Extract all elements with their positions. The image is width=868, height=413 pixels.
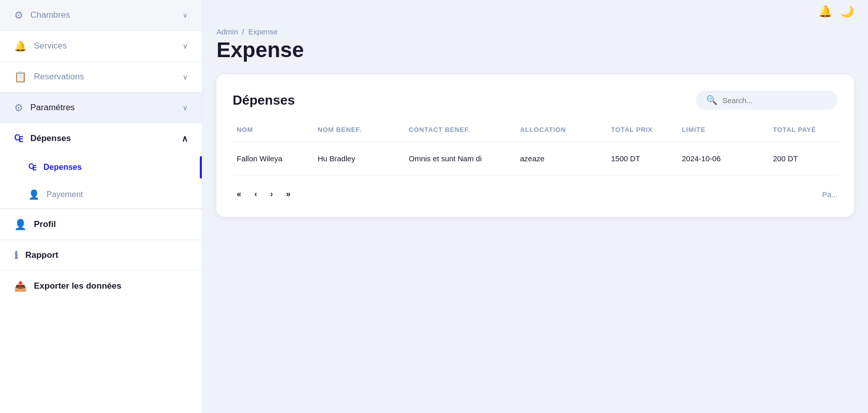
chevron-up-icon: ∧ [182,133,188,144]
sidebar-label-parametres: Paramétres [30,103,75,113]
th-limite: LIMITE [678,124,769,135]
sidebar-label-rapport: Rapport [25,250,58,260]
pagination-first[interactable]: « [233,188,245,201]
topbar: 🔔 🌙 [202,0,868,23]
td-limite: 2024-10-06 [678,152,769,165]
breadcrumb-separator: / [242,27,244,36]
search-icon: 🔍 [706,95,717,106]
moon-icon[interactable]: 🌙 [840,5,854,18]
depenses-icon: ₠ [28,162,36,173]
sidebar-subitem-payement-label: Payement [47,190,83,199]
th-nom-benef: NOM BENEF. [314,124,405,135]
th-total-paye: TOTAL PAYÉ [769,124,840,135]
sidebar-item-reservations[interactable]: 📋 Reservations ∨ [0,62,202,93]
th-contact-benef: CONTACT BENEF. [405,124,516,135]
card-header: Dépenses 🔍 [233,90,838,110]
sidebar-item-exporter[interactable]: 📤 Exporter les données [0,270,202,301]
depenses-card: Dépenses 🔍 NOM NOM BENEF. CONTACT BENEF.… [216,74,854,217]
td-allocation: azeaze [516,152,607,165]
td-nom: Fallon Wileya [233,152,314,165]
sidebar-group-depenses-label: Dépenses [30,133,71,144]
td-contact-benef: Omnis et sunt Nam di [405,152,516,165]
table-header: NOM NOM BENEF. CONTACT BENEF. ALLOCATION… [233,124,838,142]
reservations-icon: 📋 [14,71,27,83]
pagination-last[interactable]: » [282,188,295,201]
pagination: « ‹ › » Pa... [233,188,838,201]
breadcrumb: Admin / Expense [216,27,854,36]
profil-icon: 👤 [14,218,27,231]
sidebar-label-exporter: Exporter les données [34,281,121,291]
sidebar-subitem-depenses[interactable]: ₠ Depenses [0,154,202,181]
sidebar-label-chambres: Chambres [30,10,70,20]
parametres-icon: ⚙ [14,102,23,114]
card-title: Dépenses [233,93,295,108]
search-box[interactable]: 🔍 [696,90,838,110]
pagination-prev[interactable]: ‹ [250,188,261,201]
td-total-paye: 200 DT [769,152,840,165]
sidebar-item-parametres[interactable]: ⚙ Paramétres ∨ [0,93,202,123]
depenses-group-icon: ₠ [14,132,23,145]
chambres-icon: ⚙ [14,9,23,21]
th-total-prix: TOTAL PRIX [607,124,678,135]
sidebar-item-rapport[interactable]: ℹ Rapport [0,240,202,270]
sidebar-label-profil: Profil [34,219,56,230]
rapport-icon: ℹ [14,249,18,261]
chevron-down-icon: ∨ [183,73,188,81]
chevron-down-icon: ∨ [183,42,188,50]
td-nom-benef: Hu Bradley [314,152,405,165]
sidebar-item-chambres[interactable]: ⚙ Chambres ∨ [0,0,202,31]
chevron-down-icon: ∨ [183,11,188,19]
sidebar-subitem-payement[interactable]: 👤 Payement [0,181,202,208]
bell-icon[interactable]: 🔔 [818,5,832,18]
sidebar-subitem-depenses-label: Depenses [44,163,82,172]
main-content: 🔔 🌙 Admin / Expense Expense Dépenses 🔍 [202,0,868,413]
table-row: Fallon Wileya Hu Bradley Omnis et sunt N… [233,142,838,175]
content-area: Admin / Expense Expense Dépenses 🔍 NOM N… [202,23,868,413]
breadcrumb-admin: Admin [216,27,238,36]
th-allocation: ALLOCATION [516,124,607,135]
td-total-prix: 1500 DT [607,152,678,165]
exporter-icon: 📤 [14,280,27,292]
pagination-next[interactable]: › [266,188,277,201]
page-title: Expense [216,38,854,62]
sidebar: ⚙ Chambres ∨ 🔔 Services ∨ 📋 Reservations… [0,0,202,413]
search-input[interactable] [722,96,828,105]
payement-icon: 👤 [28,189,39,200]
breadcrumb-current: Expense [248,27,278,36]
sidebar-item-services[interactable]: 🔔 Services ∨ [0,31,202,62]
sidebar-label-reservations: Reservations [34,72,84,82]
th-nom: NOM [233,124,314,135]
sidebar-item-profil[interactable]: 👤 Profil [0,209,202,240]
chevron-down-icon: ∨ [183,104,188,112]
pagination-page-label: Pa... [822,190,838,199]
sidebar-group-depenses-header[interactable]: ₠ Dépenses ∧ [0,123,202,154]
sidebar-label-services: Services [34,41,67,51]
sidebar-group-depenses: ₠ Dépenses ∧ ₠ Depenses 👤 Payement [0,123,202,209]
services-icon: 🔔 [14,40,27,52]
